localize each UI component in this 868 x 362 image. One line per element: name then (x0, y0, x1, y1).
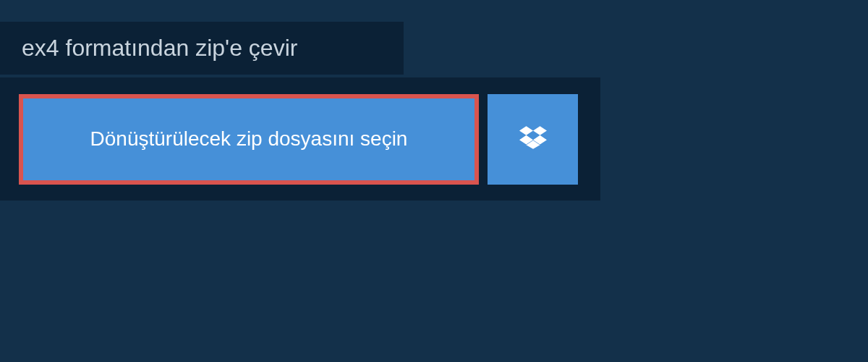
dropbox-icon (519, 124, 547, 154)
upload-panel: Dönüştürülecek zip dosyasını seçin (0, 77, 600, 201)
select-file-label: Dönüştürülecek zip dosyasını seçin (90, 127, 408, 151)
select-file-button[interactable]: Dönüştürülecek zip dosyasını seçin (19, 94, 479, 185)
tab-header: ex4 formatından zip'e çevir (0, 22, 404, 75)
dropbox-button[interactable] (488, 94, 578, 185)
page-title: ex4 formatından zip'e çevir (22, 35, 375, 62)
